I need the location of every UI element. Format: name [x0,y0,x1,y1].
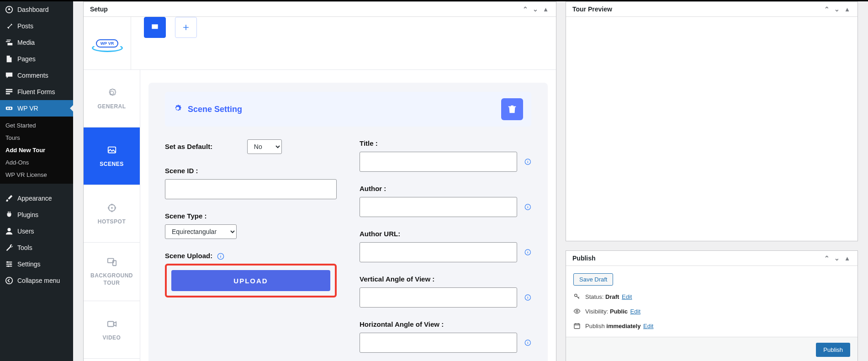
sidebar-item-appearance[interactable]: Appearance [0,190,73,207]
author-label: Author : [360,185,531,192]
sidebar-item-collapse[interactable]: Collapse menu [0,272,73,289]
set-default-select[interactable]: No [247,139,282,154]
author-input[interactable] [360,197,517,217]
sidebar-item-settings[interactable]: Settings [0,256,73,272]
sidebar-item-comments[interactable]: Comments [0,67,73,84]
wpvr-logo: WP VR [84,17,131,69]
svg-rect-1 [6,91,12,92]
sliders-icon [5,260,14,269]
submenu-add-new-tour[interactable]: Add New Tour [0,144,73,156]
scene-id-input[interactable] [165,179,337,199]
sidebar-item-label: Comments [17,72,48,79]
publish-title: Publish [572,255,596,262]
sidebar-item-media[interactable]: Media [0,34,73,51]
logo-text: WP VR [96,39,118,48]
sidebar-item-plugins[interactable]: Plugins [0,207,73,223]
submenu-tours[interactable]: Tours [0,132,73,144]
panel-down-icon[interactable]: ⌄ [531,5,540,13]
svg-rect-3 [6,106,12,110]
strip-label: GENERAL [97,103,126,110]
title-label: Title : [360,139,531,147]
plug-icon [5,210,14,219]
setup-panel: Setup ⌃ ⌄ ▴ WP VR [83,1,556,361]
sidebar-item-label: Pages [17,55,36,63]
info-icon[interactable] [217,253,224,260]
gear-icon [107,88,117,98]
sidebar-item-label: Appearance [17,195,52,202]
strip-hotspot[interactable]: HOTSPOT [84,185,140,243]
sidebar-item-label: Tools [17,244,32,251]
sidebar-item-dashboard[interactable]: Dashboard [0,1,73,18]
title-input[interactable] [360,152,517,172]
sidebar-item-label: Dashboard [17,6,49,13]
panel-toggle-icon[interactable]: ▴ [843,255,851,262]
author-url-input[interactable] [360,242,517,262]
save-draft-button[interactable]: Save Draft [573,273,613,286]
scene-tab-button[interactable] [144,17,166,38]
pages-icon [5,54,14,64]
svg-point-6 [7,228,11,231]
svg-point-9 [7,265,9,267]
admin-sidebar: Dashboard Posts Media Pages Comments Flu… [0,1,73,361]
tour-preview-panel: Tour Preview ⌃ ⌄ ▴ [566,1,858,241]
strip-background-tour[interactable]: BACKGROUND TOUR [84,243,140,301]
strip-general[interactable]: GENERAL [84,70,140,127]
add-tab-button[interactable] [175,17,197,38]
submenu-addons[interactable]: Add-Ons [0,156,73,169]
panel-toggle-icon[interactable]: ▴ [541,5,550,13]
delete-scene-button[interactable] [501,98,523,120]
section-title-text: Scene Setting [188,105,242,114]
author-url-label: Author URL: [360,230,531,238]
sidebar-item-label: Settings [17,260,41,268]
panel-down-icon[interactable]: ⌄ [833,5,841,13]
strip-video[interactable]: VIDEO [84,301,140,359]
sidebar-item-tools[interactable]: Tools [0,239,73,256]
schedule-value: immediately [606,323,640,329]
sidebar-item-label: Media [17,39,35,46]
info-icon[interactable] [524,294,531,301]
setup-title: Setup [90,5,108,13]
hangle-label: Horizontal Angle of View : [360,320,531,328]
default-label: Set as Default: [165,143,212,150]
info-icon[interactable] [524,339,531,346]
panel-toggle-icon[interactable]: ▴ [843,5,851,13]
scene-form: Scene Setting Set as Default: No [148,83,548,361]
hangle-input[interactable] [360,333,517,353]
svg-rect-2 [6,93,10,95]
sidebar-item-fluentforms[interactable]: Fluent Forms [0,84,73,100]
panel-up-icon[interactable]: ⌃ [823,5,831,13]
publish-button[interactable]: Publish [816,343,850,357]
info-icon[interactable] [524,203,531,211]
svg-point-5 [10,107,11,109]
info-icon[interactable] [524,158,531,165]
collapse-icon [5,276,14,285]
strip-scenes[interactable]: SCENES [84,127,140,185]
pin-icon [5,21,14,31]
edit-status-link[interactable]: Edit [622,293,632,300]
panel-up-icon[interactable]: ⌃ [521,5,529,13]
vangle-input[interactable] [360,287,517,308]
visibility-label: Visibility: [585,308,608,315]
edit-visibility-link[interactable]: Edit [630,308,640,315]
submenu-license[interactable]: WP VR License [0,169,73,181]
upload-button[interactable]: UPLOAD [171,270,330,291]
sidebar-item-posts[interactable]: Posts [0,18,73,34]
sidebar-item-label: Users [17,228,34,235]
sidebar-item-label: WP VR [17,105,38,112]
svg-rect-25 [574,324,580,329]
sidebar-item-users[interactable]: Users [0,223,73,239]
scene-type-select[interactable]: Equirectangular [165,224,237,239]
info-icon[interactable] [524,249,531,256]
scene-id-label: Scene ID : [165,167,337,175]
schedule-label: Publish [585,323,605,329]
scene-upload-label: Scene Upload: [165,252,212,260]
panel-up-icon[interactable]: ⌃ [823,255,831,262]
sidebar-item-pages[interactable]: Pages [0,51,73,67]
panel-down-icon[interactable]: ⌄ [833,255,841,262]
status-label: Status: [585,293,603,300]
sidebar-item-wpvr[interactable]: WP VR [0,100,73,117]
edit-schedule-link[interactable]: Edit [643,323,653,329]
svg-point-4 [7,107,9,109]
submenu-get-started[interactable]: Get Started [0,119,73,132]
strip-label: VIDEO [103,334,121,341]
